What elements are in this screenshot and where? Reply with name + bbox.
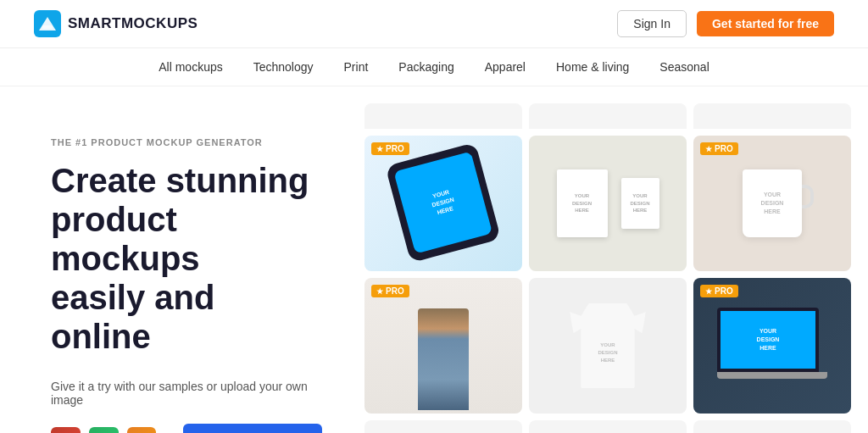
main-nav: All mockups Technology Print Packaging A… (0, 48, 868, 86)
poster-design-placeholder-2: YOURDESIGNHERE (630, 192, 649, 214)
logo-icon (34, 10, 61, 37)
svg-rect-2 (42, 25, 53, 29)
hero-headline: Create stunning product mockups easily a… (51, 161, 322, 356)
mockup-cell-poster[interactable]: YOURDESIGNHERE YOURDESIGNHERE (529, 136, 687, 271)
poster-frame-2: YOURDESIGNHERE (621, 178, 659, 229)
model-figure (418, 308, 469, 410)
nav-item-home-living[interactable]: Home & living (556, 60, 629, 74)
nav-item-packaging[interactable]: Packaging (398, 60, 453, 74)
laptop-design-placeholder: YOURDESIGNHERE (757, 327, 780, 352)
main-content: THE #1 PRODUCT MOCKUP GENERATOR Create s… (0, 86, 868, 433)
mockup-cell-empty-2 (529, 420, 687, 433)
tshirt-shape: YOURDESIGNHERE (570, 303, 646, 388)
poster-frame-1: YOURDESIGNHERE (557, 169, 608, 237)
signin-button[interactable]: Sign In (617, 10, 687, 37)
laptop-base (717, 372, 827, 379)
mockup-gallery: ★ PRO YOURDESIGNHERE YOURDESIGNHERE (356, 86, 868, 433)
hero-section: THE #1 PRODUCT MOCKUP GENERATOR Create s… (0, 86, 356, 433)
partial-cell-2 (529, 103, 687, 129)
mockup-grid: ★ PRO YOURDESIGNHERE YOURDESIGNHERE (364, 136, 851, 433)
pro-badge-model: ★ PRO (371, 285, 409, 297)
pro-badge-laptop: ★ PRO (700, 285, 738, 297)
poster-design-placeholder-1: YOURDESIGNHERE (572, 192, 592, 214)
mockup-cell-tshirt[interactable]: YOURDESIGNHERE (529, 278, 687, 414)
partial-top-row (364, 103, 851, 129)
mockup-cell-laptop[interactable]: ★ PRO YOURDESIGNHERE (693, 278, 851, 414)
nav-item-technology[interactable]: Technology (253, 60, 314, 74)
mockup-cell-empty-3 (693, 420, 851, 433)
nav-item-apparel[interactable]: Apparel (485, 60, 526, 74)
laptop-device: YOURDESIGNHERE (717, 308, 827, 384)
sample-thumb-nature[interactable] (89, 427, 119, 433)
partial-cell-1 (364, 103, 522, 129)
phone-design-placeholder: YOURDESIGNHERE (429, 187, 458, 217)
mug-handle (802, 185, 814, 208)
mockup-cell-empty-1 (364, 420, 522, 433)
partial-cell-3 (693, 103, 851, 129)
sample-thumb-mountain[interactable] (127, 427, 157, 433)
pro-badge-mug: ★ PRO (700, 142, 738, 155)
logo[interactable]: SMARTMOCKUPS (34, 10, 198, 37)
mug-design-placeholder: YOURDESIGNHERE (761, 191, 784, 215)
hero-subtext: Give it a try with our samples or upload… (51, 380, 322, 407)
pro-badge-phone: ★ PRO (371, 142, 409, 155)
nav-item-seasonal[interactable]: Seasonal (659, 60, 709, 74)
logo-text: SMARTMOCKUPS (68, 15, 198, 32)
nav-item-print[interactable]: Print (344, 60, 369, 74)
mockup-cell-model[interactable]: ★ PRO (364, 278, 522, 414)
hero-tagline: THE #1 PRODUCT MOCKUP GENERATOR (51, 137, 322, 147)
header-buttons: Sign In Get started for free (617, 10, 834, 37)
tshirt-design-placeholder: YOURDESIGNHERE (598, 341, 617, 364)
upload-row: or Upload your image (51, 424, 322, 433)
phone-device: YOURDESIGNHERE (385, 142, 501, 264)
sample-thumb-runner[interactable] (51, 427, 81, 433)
mockup-cell-phone[interactable]: ★ PRO YOURDESIGNHERE (364, 136, 522, 271)
header: SMARTMOCKUPS Sign In Get started for fre… (0, 0, 868, 48)
getstarted-button[interactable]: Get started for free (697, 11, 834, 36)
upload-button[interactable]: Upload your image (183, 424, 322, 433)
mug-shape: YOURDESIGNHERE (743, 169, 802, 237)
mockup-cell-mug[interactable]: ★ PRO YOURDESIGNHERE (693, 136, 851, 271)
nav-item-all-mockups[interactable]: All mockups (159, 60, 222, 74)
